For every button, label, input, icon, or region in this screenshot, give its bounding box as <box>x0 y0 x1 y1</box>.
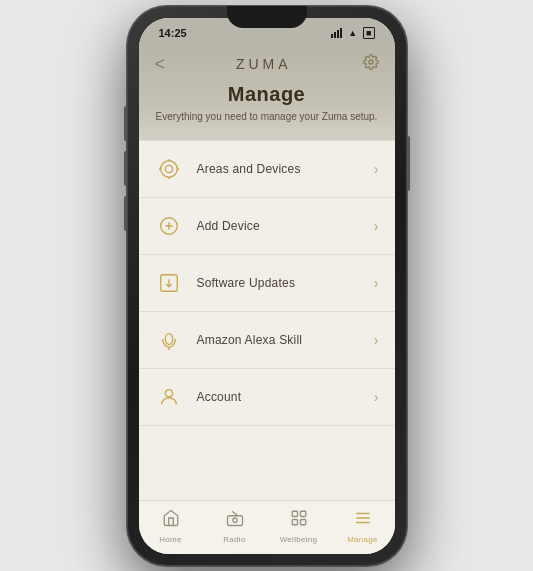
status-icons: ▲ ■ <box>331 27 374 39</box>
header-nav: < ZUMA <box>155 54 379 75</box>
app-logo: ZUMA <box>236 56 292 72</box>
phone-frame: 14:25 ▲ ■ < <box>127 6 407 566</box>
tab-wellbeing-label: Wellbeing <box>280 535 318 544</box>
chevron-icon: › <box>374 218 379 234</box>
areas-label: Areas and Devices <box>197 162 374 176</box>
tab-manage-label: Manage <box>347 535 378 544</box>
chevron-icon: › <box>374 332 379 348</box>
page-title: Manage <box>155 83 379 106</box>
menu-item-account[interactable]: Account › <box>139 369 395 426</box>
screen: 14:25 ▲ ■ < <box>139 18 395 554</box>
tab-manage[interactable]: Manage <box>331 509 395 544</box>
user-icon <box>155 383 183 411</box>
tab-bar: Home Radio <box>139 500 395 554</box>
chevron-icon: › <box>374 389 379 405</box>
chevron-icon: › <box>374 275 379 291</box>
account-label: Account <box>197 390 374 404</box>
tab-home-label: Home <box>159 535 182 544</box>
signal-icon <box>331 28 342 38</box>
mic-icon <box>155 326 183 354</box>
menu-item-add-device[interactable]: Add Device › <box>139 198 395 255</box>
menu-item-alexa[interactable]: Amazon Alexa Skill › <box>139 312 395 369</box>
alexa-label: Amazon Alexa Skill <box>197 333 374 347</box>
settings-icon[interactable] <box>363 54 379 74</box>
tab-wellbeing[interactable]: Wellbeing <box>267 509 331 544</box>
radio-icon <box>226 509 244 532</box>
tab-home[interactable]: Home <box>139 509 203 544</box>
notch <box>227 6 307 28</box>
status-time: 14:25 <box>159 27 187 39</box>
target-icon <box>155 155 183 183</box>
svg-rect-15 <box>227 515 242 525</box>
home-icon <box>162 509 180 532</box>
svg-rect-20 <box>292 519 297 524</box>
phone-shell: 14:25 ▲ ■ < <box>127 6 407 566</box>
svg-point-16 <box>232 518 237 523</box>
svg-point-2 <box>165 165 172 172</box>
page-subtitle: Everything you need to manage your Zuma … <box>155 110 379 124</box>
svg-rect-21 <box>300 519 305 524</box>
chevron-icon: › <box>374 161 379 177</box>
download-icon <box>155 269 183 297</box>
svg-rect-18 <box>292 511 297 516</box>
add-device-label: Add Device <box>197 219 374 233</box>
tab-radio[interactable]: Radio <box>203 509 267 544</box>
svg-point-14 <box>165 389 172 396</box>
menu-item-areas[interactable]: Areas and Devices › <box>139 140 395 198</box>
wellbeing-icon <box>290 509 308 532</box>
svg-point-1 <box>160 160 177 177</box>
menu-item-software[interactable]: Software Updates › <box>139 255 395 312</box>
manage-icon <box>354 509 372 532</box>
svg-point-0 <box>369 60 373 64</box>
svg-point-12 <box>165 333 172 344</box>
tab-radio-label: Radio <box>223 535 245 544</box>
plus-circle-icon <box>155 212 183 240</box>
software-label: Software Updates <box>197 276 374 290</box>
battery-icon: ■ <box>363 27 374 39</box>
app-header: < ZUMA Manage Everything you need to man… <box>139 46 395 140</box>
svg-rect-19 <box>300 511 305 516</box>
back-button[interactable]: < <box>155 54 166 75</box>
wifi-icon: ▲ <box>348 28 357 38</box>
menu-list: Areas and Devices › Add Device <box>139 140 395 500</box>
